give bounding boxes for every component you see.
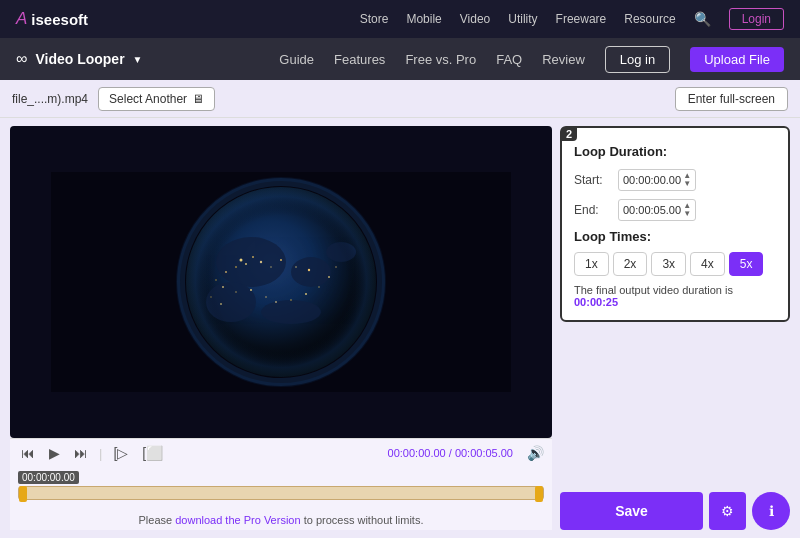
- nav-utility[interactable]: Utility: [508, 12, 537, 26]
- progress-handle-left[interactable]: [19, 486, 27, 502]
- right-panel: 2 Loop Duration: Start: 00:00:00.00 ▲ ▼ …: [560, 126, 790, 530]
- select-another-button[interactable]: Select Another 🖥: [98, 87, 215, 111]
- clip-end-button[interactable]: [⬜: [139, 443, 166, 463]
- output-text: The final output video duration is: [574, 284, 733, 296]
- top-nav-links: Store Mobile Video Utility Freeware Reso…: [360, 8, 784, 30]
- end-spin-arrows[interactable]: ▲ ▼: [683, 202, 691, 218]
- nav-review[interactable]: Review: [542, 52, 585, 67]
- settings-button[interactable]: ⚙: [709, 492, 746, 530]
- start-label: Start:: [574, 173, 612, 187]
- logo-a: A: [16, 9, 27, 29]
- pro-version-link[interactable]: download the Pro Version: [175, 514, 300, 526]
- video-panel: ⏮ ▶ ⏭ | [▷ [⬜ 00:00:00.00 / 00:00:05.00 …: [10, 126, 552, 530]
- select-another-label: Select Another: [109, 92, 187, 106]
- nav-freeware[interactable]: Freeware: [556, 12, 607, 26]
- log-in-button[interactable]: Log in: [605, 46, 670, 73]
- video-container: [10, 126, 552, 438]
- start-field-row: Start: 00:00:00.00 ▲ ▼: [574, 169, 776, 191]
- pro-notice-after: to process without limits.: [301, 514, 424, 526]
- end-time-value: 00:00:05.00: [623, 204, 681, 216]
- nav-faq[interactable]: FAQ: [496, 52, 522, 67]
- monitor-icon: 🖥: [192, 92, 204, 106]
- time-separator: /: [449, 447, 452, 459]
- start-down-arrow[interactable]: ▼: [683, 180, 691, 188]
- nav-free-vs-pro[interactable]: Free vs. Pro: [405, 52, 476, 67]
- save-area: Save ⚙ ℹ: [560, 492, 790, 530]
- pro-notice: Please download the Pro Version to proce…: [10, 510, 552, 530]
- start-time-value: 00:00:00.00: [623, 174, 681, 186]
- nav-guide[interactable]: Guide: [279, 52, 314, 67]
- end-time-input[interactable]: 00:00:05.00 ▲ ▼: [618, 199, 696, 221]
- main-content: ⏮ ▶ ⏭ | [▷ [⬜ 00:00:00.00 / 00:00:05.00 …: [0, 118, 800, 538]
- play-button[interactable]: ▶: [46, 443, 63, 463]
- pro-notice-text: Please: [139, 514, 176, 526]
- end-label: End:: [574, 203, 612, 217]
- logo-text: iseesoft: [31, 11, 88, 28]
- loop-4x-button[interactable]: 4x: [690, 252, 725, 276]
- search-icon[interactable]: 🔍: [694, 11, 711, 27]
- current-time: 00:00:00.00: [388, 447, 446, 459]
- nav-features[interactable]: Features: [334, 52, 385, 67]
- nav-video[interactable]: Video: [460, 12, 490, 26]
- start-spin-arrows[interactable]: ▲ ▼: [683, 172, 691, 188]
- login-button[interactable]: Login: [729, 8, 784, 30]
- loop-5x-button[interactable]: 5x: [729, 252, 764, 276]
- logo: A iseesoft: [16, 9, 88, 29]
- file-toolbar: file_....m).mp4 Select Another 🖥 Enter f…: [0, 80, 800, 118]
- app-name: Video Looper: [35, 51, 124, 67]
- toolbar-left: file_....m).mp4 Select Another 🖥: [12, 87, 215, 111]
- earth-visualization: [51, 172, 511, 392]
- loop-times-title: Loop Times:: [574, 229, 776, 244]
- save-button[interactable]: Save: [560, 492, 703, 530]
- nav-mobile[interactable]: Mobile: [406, 12, 441, 26]
- total-time: 00:00:05.00: [455, 447, 513, 459]
- time-label-badge: 00:00:00.00: [18, 471, 79, 484]
- file-name: file_....m).mp4: [12, 92, 88, 106]
- progress-track[interactable]: [18, 486, 544, 500]
- output-duration: 00:00:25: [574, 296, 618, 308]
- loop-1x-button[interactable]: 1x: [574, 252, 609, 276]
- loop-icon: ∞: [16, 50, 27, 68]
- skip-back-button[interactable]: ⏮: [18, 443, 38, 463]
- box-number: 2: [561, 127, 577, 141]
- video-controls: ⏮ ▶ ⏭ | [▷ [⬜ 00:00:00.00 / 00:00:05.00 …: [10, 438, 552, 467]
- separator: |: [99, 446, 102, 461]
- skip-forward-button[interactable]: ⏭: [71, 443, 91, 463]
- upload-file-button[interactable]: Upload File: [690, 47, 784, 72]
- loop-times-buttons: 1x 2x 3x 4x 5x: [574, 252, 776, 276]
- svg-point-33: [186, 187, 376, 377]
- top-navigation: A iseesoft Store Mobile Video Utility Fr…: [0, 0, 800, 38]
- loop-settings-box: 2 Loop Duration: Start: 00:00:00.00 ▲ ▼ …: [560, 126, 790, 322]
- loop-3x-button[interactable]: 3x: [651, 252, 686, 276]
- output-notice: The final output video duration is 00:00…: [574, 284, 776, 308]
- end-field-row: End: 00:00:05.00 ▲ ▼: [574, 199, 776, 221]
- fullscreen-button[interactable]: Enter full-screen: [675, 87, 788, 111]
- info-button[interactable]: ℹ: [752, 492, 790, 530]
- loop-duration-title: Loop Duration:: [574, 144, 776, 159]
- volume-icon[interactable]: 🔊: [527, 445, 544, 461]
- loop-2x-button[interactable]: 2x: [613, 252, 648, 276]
- second-navigation: ∞ Video Looper ▼ Guide Features Free vs.…: [0, 38, 800, 80]
- progress-bar-container[interactable]: [18, 486, 544, 504]
- dropdown-arrow-icon[interactable]: ▼: [133, 54, 143, 65]
- end-down-arrow[interactable]: ▼: [683, 210, 691, 218]
- progress-handle-right[interactable]: [535, 486, 543, 502]
- clip-start-button[interactable]: [▷: [110, 443, 131, 463]
- progress-area: 00:00:00.00: [10, 467, 552, 510]
- nav-resource[interactable]: Resource: [624, 12, 675, 26]
- app-brand: ∞ Video Looper ▼: [16, 50, 143, 68]
- second-nav-links: Guide Features Free vs. Pro FAQ Review L…: [279, 46, 784, 73]
- nav-store[interactable]: Store: [360, 12, 389, 26]
- start-time-input[interactable]: 00:00:00.00 ▲ ▼: [618, 169, 696, 191]
- time-display: 00:00:00.00 / 00:00:05.00: [388, 447, 513, 459]
